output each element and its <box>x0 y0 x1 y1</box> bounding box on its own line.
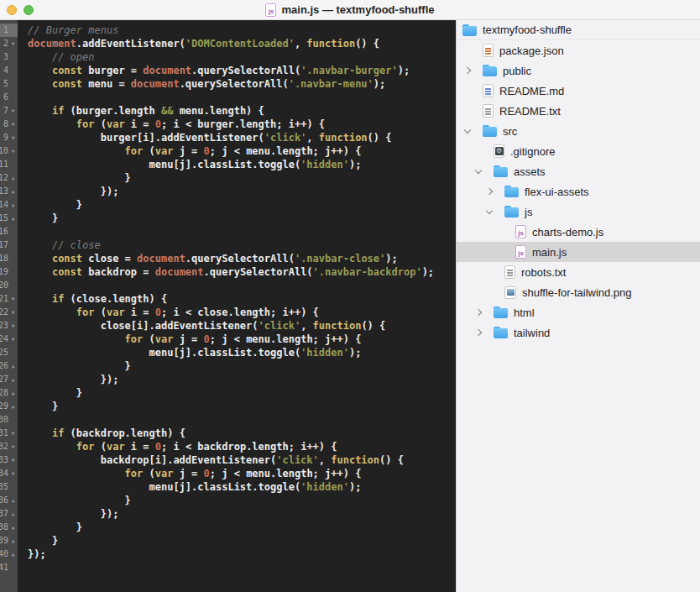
chevron-down-icon[interactable] <box>473 170 494 173</box>
code-line[interactable]: 25 menu[j].classList.toggle('hidden'); <box>0 346 456 359</box>
gutter-cell: 3 <box>0 50 18 64</box>
code-line[interactable]: 40▲}); <box>0 547 456 561</box>
fold-up-icon[interactable]: ▲ <box>8 494 18 507</box>
tree-item-flex-ui-assets[interactable]: flex-ui-assets <box>457 181 700 202</box>
fold-down-icon[interactable]: ▼ <box>8 467 18 480</box>
tree-item-shuffle-for-tailwind-png[interactable]: shuffle-for-tailwind.png <box>457 282 700 302</box>
tree-item-textmyfood-shuffle[interactable]: textmyfood-shuffle <box>457 20 700 40</box>
chevron-right-icon[interactable] <box>484 189 504 194</box>
code-line[interactable]: 39▲ } <box>0 534 456 547</box>
tree-item-src[interactable]: src <box>457 121 700 141</box>
fold-down-icon[interactable]: ▼ <box>8 333 18 346</box>
tree-item-package-json[interactable]: package.json <box>457 40 700 60</box>
code-line[interactable]: 38▲ } <box>0 521 456 534</box>
fold-up-icon[interactable]: ▲ <box>8 534 18 547</box>
fold-down-icon[interactable]: ▼ <box>8 319 18 333</box>
fold-down-icon[interactable]: ▼ <box>8 144 18 158</box>
code-line[interactable]: 2▼document.addEventListener('DOMContentL… <box>0 37 456 50</box>
fold-down-icon[interactable]: ▼ <box>8 306 18 319</box>
fold-down-icon[interactable]: ▼ <box>8 427 18 440</box>
fold-up-icon[interactable]: ▲ <box>8 386 18 400</box>
code-line[interactable]: 9▼ burger[i].addEventListener('click', f… <box>0 131 456 144</box>
line-number: 12 <box>0 171 8 185</box>
fold-up-icon[interactable]: ▲ <box>8 185 18 198</box>
code-line[interactable]: 15▲ } <box>0 212 456 225</box>
code-line[interactable]: 34▼ for (var j = 0; j < menu.length; j++… <box>0 467 456 480</box>
token-p: ( <box>94 306 106 318</box>
code-line[interactable]: 8▼ for (var i = 0; i < burger.length; i+… <box>0 118 456 131</box>
code-line[interactable]: 41 <box>0 561 456 574</box>
fold-up-icon[interactable]: ▲ <box>8 507 18 521</box>
code-line[interactable]: 29▲ } <box>0 400 456 413</box>
code-line[interactable]: 1// Burger menus <box>0 24 456 37</box>
code-line[interactable]: 16 <box>0 225 456 238</box>
code-line[interactable]: 5 const menu = document.querySelectorAll… <box>0 77 456 91</box>
fold-down-icon[interactable]: ▼ <box>8 37 18 50</box>
chevron-right-icon[interactable] <box>473 330 494 335</box>
code-line[interactable]: 23▼ close[i].addEventListener('click', f… <box>0 319 456 333</box>
fold-up-icon[interactable]: ▲ <box>8 212 18 225</box>
code-line[interactable]: 24▼ for (var j = 0; j < menu.length; j++… <box>0 333 456 346</box>
code-line[interactable]: 20 <box>0 279 456 292</box>
code-line[interactable]: 28▲ } <box>0 386 456 400</box>
code-line[interactable]: 3 // open <box>0 50 456 64</box>
token-s: 'click' <box>259 320 301 332</box>
tree-item-main-js[interactable]: jsmain.js <box>457 242 700 262</box>
tree-item-js[interactable]: js <box>457 202 700 222</box>
zoom-button[interactable] <box>24 5 34 15</box>
chevron-right-icon[interactable] <box>462 68 483 73</box>
minimize-button[interactable] <box>7 5 17 15</box>
code-line[interactable]: 27▲ }); <box>0 373 456 386</box>
code-line[interactable]: 4 const burger = document.querySelectorA… <box>0 64 456 77</box>
fold-up-icon[interactable]: ▲ <box>8 198 18 212</box>
fold-up-icon[interactable]: ▲ <box>8 373 18 386</box>
fold-down-icon[interactable]: ▼ <box>8 118 18 131</box>
chevron-right-icon[interactable] <box>473 310 494 315</box>
fold-up-icon[interactable]: ▲ <box>8 400 18 413</box>
file-tree-panel[interactable]: textmyfood-shufflepackage.jsonpublicREAD… <box>456 20 700 592</box>
tree-item-readme-md[interactable]: README.md <box>457 81 700 101</box>
code-line[interactable]: 21▼ if (close.length) { <box>0 292 456 306</box>
code-line[interactable]: 37▲ }); <box>0 507 456 521</box>
tree-item-assets[interactable]: assets <box>457 161 700 181</box>
fold-down-icon[interactable]: ▼ <box>8 292 18 306</box>
code-line[interactable]: 26▲ } <box>0 359 456 373</box>
chevron-down-icon[interactable] <box>484 211 504 213</box>
code-line[interactable]: 12▲ } <box>0 171 456 185</box>
code-line[interactable]: 7▼ if (burger.length && menu.length) { <box>0 104 456 118</box>
code-line[interactable]: 13▲ }); <box>0 185 456 198</box>
code-line[interactable]: 36▲ } <box>0 494 456 507</box>
code-line[interactable]: 31▼ if (backdrop.length) { <box>0 427 456 440</box>
fold-down-icon[interactable]: ▼ <box>8 131 18 144</box>
fold-up-icon[interactable]: ▲ <box>8 171 18 185</box>
code-editor[interactable]: 1// Burger menus2▼document.addEventListe… <box>0 20 456 592</box>
tree-item-readme-txt[interactable]: README.txt <box>457 101 700 121</box>
tree-item-charts-demo-js[interactable]: jscharts-demo.js <box>457 222 700 242</box>
code-line[interactable]: 35 menu[j].classList.toggle('hidden'); <box>0 480 456 494</box>
window-titlebar[interactable]: js main.js — textmyfood-shuffle <box>0 0 700 20</box>
code-line[interactable]: 10▼ for (var j = 0; j < menu.length; j++… <box>0 144 456 158</box>
chevron-down-icon[interactable] <box>462 130 483 133</box>
tree-item-tailwind[interactable]: tailwind <box>457 322 700 343</box>
fold-up-icon[interactable]: ▲ <box>8 359 18 373</box>
fold-down-icon[interactable]: ▼ <box>8 104 18 118</box>
code-line[interactable]: 19 const backdrop = document.querySelect… <box>0 265 456 279</box>
code-line[interactable]: 17 // close <box>0 238 456 252</box>
code-line[interactable]: 18 const close = document.querySelectorA… <box>0 252 456 265</box>
tree-item-html[interactable]: html <box>457 302 700 322</box>
code-line[interactable]: 22▼ for (var i = 0; i < close.length; i+… <box>0 306 456 319</box>
tree-item--gitignore[interactable]: ⚙.gitignore <box>457 141 700 161</box>
code-line[interactable]: 6 <box>0 91 456 104</box>
tree-item-public[interactable]: public <box>457 60 700 81</box>
fold-down-icon[interactable]: ▼ <box>8 453 18 467</box>
tree-item-robots-txt[interactable]: robots.txt <box>457 262 700 282</box>
fold-up-icon[interactable]: ▲ <box>8 547 18 561</box>
fold-up-icon[interactable]: ▲ <box>8 521 18 534</box>
code-line[interactable]: 30 <box>0 413 456 427</box>
token-s: '.navbar-menu' <box>289 78 374 90</box>
code-line[interactable]: 14▲ } <box>0 198 456 212</box>
fold-down-icon[interactable]: ▼ <box>8 440 18 453</box>
code-line[interactable]: 11 menu[j].classList.toggle('hidden'); <box>0 158 456 171</box>
code-line[interactable]: 33▼ backdrop[i].addEventListener('click'… <box>0 453 456 467</box>
code-line[interactable]: 32▼ for (var i = 0; i < backdrop.length;… <box>0 440 456 453</box>
